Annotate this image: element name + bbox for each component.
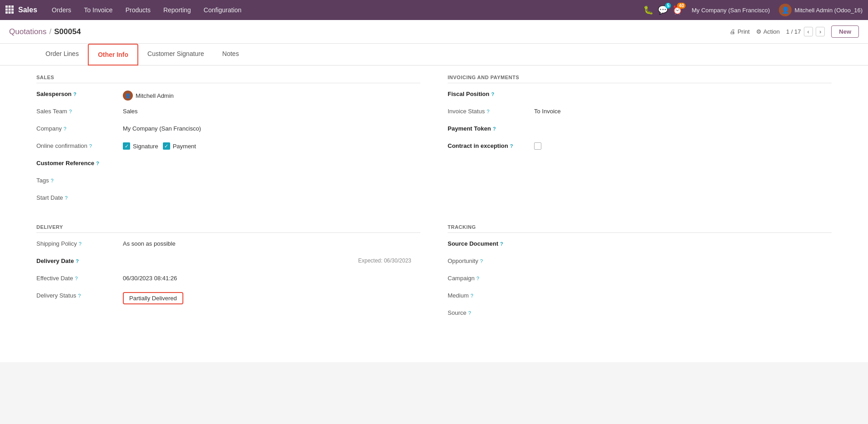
tracking-section-title: TRACKING [448,224,832,233]
pager-prev-button[interactable]: ‹ [804,27,813,36]
svg-rect-5 [11,8,14,10]
svg-rect-7 [9,11,11,14]
field-source-document: Source Document ? [448,239,832,252]
field-customer-reference: Customer Reference ? [36,159,420,172]
signature-checkbox-icon[interactable]: ✓ [123,142,130,150]
delivery-status-badge: Partially Delivered [123,292,183,304]
field-shipping-policy: Shipping Policy ? As soon as possible [36,239,420,252]
nav-configuration[interactable]: Configuration [198,5,247,15]
svg-rect-6 [5,11,8,14]
tab-notes[interactable]: Notes [213,44,248,66]
nav-to-invoice[interactable]: To Invoice [79,5,118,15]
invoice-status-help-icon[interactable]: ? [487,109,490,114]
payment-token-help-icon[interactable]: ? [493,126,496,131]
contract-exception-value [534,141,832,150]
chat-icon[interactable]: 💬 5 [658,5,668,15]
clock-badge: 40 [677,3,686,9]
payment-checkbox: ✓ Payment [163,142,196,150]
top-navigation: Sales Orders To Invoice Products Reporti… [0,0,868,20]
bottom-section: DELIVERY Shipping Policy ? As soon as po… [36,224,832,326]
tags-value [123,176,420,177]
online-confirmation-label: Online confirmation ? [36,141,123,149]
customer-reference-label: Customer Reference ? [36,159,123,167]
salesperson-label: Salesperson ? [36,90,123,97]
field-invoice-status: Invoice Status ? To Invoice [448,107,832,120]
contract-exception-checkbox[interactable] [534,142,541,150]
start-date-value [123,193,420,194]
salesperson-avatar: 👤 [123,91,133,101]
sales-team-help-icon[interactable]: ? [69,109,72,114]
breadcrumb-parent[interactable]: Quotations [9,27,46,36]
nav-orders[interactable]: Orders [46,5,77,15]
customer-reference-value [123,159,420,160]
fiscal-position-help-icon[interactable]: ? [491,91,495,97]
delivery-date-help-icon[interactable]: ? [76,258,79,264]
shipping-policy-help-icon[interactable]: ? [79,241,81,247]
source-label: Source ? [448,308,534,316]
clock-icon[interactable]: ⏰ 40 [672,5,682,15]
nav-reporting[interactable]: Reporting [158,5,197,15]
salesperson-help-icon[interactable]: ? [73,91,76,97]
opportunity-help-icon[interactable]: ? [480,258,483,264]
nav-products[interactable]: Products [120,5,156,15]
breadcrumb-bar: Quotations / S00054 🖨 Print ⚙ Action 1 /… [0,20,868,44]
customer-reference-help-icon[interactable]: ? [96,161,99,166]
delivery-section-title: DELIVERY [36,224,420,233]
company-label: Company ? [36,124,123,132]
source-document-value [534,239,832,240]
campaign-value [534,274,832,275]
brand-label[interactable]: Sales [18,6,37,14]
opportunity-label: Opportunity ? [448,257,534,264]
gear-icon: ⚙ [756,28,762,35]
svg-rect-2 [11,5,14,8]
svg-rect-8 [11,11,14,14]
campaign-label: Campaign ? [448,274,534,282]
salesperson-user-badge: 👤 Mitchell Admin [123,91,174,101]
print-button[interactable]: 🖨 Print [730,28,750,35]
user-info[interactable]: 👤 Mitchell Admin (Odoo_16) [779,4,863,16]
tabs-bar: Order Lines Other Info Customer Signatur… [0,44,868,66]
invoice-status-value: To Invoice [534,107,832,115]
signature-checkbox: ✓ Signature [123,142,158,150]
field-tags: Tags ? [36,176,420,189]
start-date-help-icon[interactable]: ? [65,195,68,201]
medium-help-icon[interactable]: ? [470,293,473,298]
main-content: Order Lines Other Info Customer Signatur… [0,44,868,362]
chat-badge: 5 [665,3,671,9]
apps-icon[interactable] [5,5,14,15]
breadcrumb-separator: / [49,27,51,36]
tab-customer-signature[interactable]: Customer Signature [138,44,213,66]
tags-help-icon[interactable]: ? [50,178,53,183]
field-medium: Medium ? [448,291,832,304]
source-help-icon[interactable]: ? [468,310,471,316]
shipping-policy-label: Shipping Policy ? [36,239,123,247]
source-document-help-icon[interactable]: ? [500,241,503,247]
payment-checkbox-icon[interactable]: ✓ [163,142,170,150]
source-value [534,308,832,309]
contract-exception-label: Contract in exception ? [448,141,534,149]
pager-next-button[interactable]: › [816,27,825,36]
online-confirmation-help-icon[interactable]: ? [89,143,92,149]
delivery-status-help-icon[interactable]: ? [78,293,81,298]
bug-icon[interactable]: 🐛 [643,5,653,15]
field-contract-exception: Contract in exception ? [448,141,832,154]
field-payment-token: Payment Token ? [448,124,832,137]
new-button[interactable]: New [831,25,859,38]
invoicing-section: INVOICING AND PAYMENTS Fiscal Position ?… [448,75,832,211]
contract-exception-help-icon[interactable]: ? [510,143,513,149]
tracking-section: TRACKING Source Document ? Opportunity ? [448,224,832,326]
start-date-label: Start Date ? [36,193,123,201]
salesperson-value: 👤 Mitchell Admin [123,90,420,101]
field-campaign: Campaign ? [448,274,832,287]
effective-date-help-icon[interactable]: ? [75,276,78,281]
field-fiscal-position: Fiscal Position ? [448,90,832,102]
tab-order-lines[interactable]: Order Lines [36,44,88,66]
action-button[interactable]: ⚙ Action [756,28,780,35]
field-salesperson: Salesperson ? 👤 Mitchell Admin [36,90,420,102]
campaign-help-icon[interactable]: ? [476,276,479,281]
tab-other-info[interactable]: Other Info [88,44,138,66]
medium-label: Medium ? [448,291,534,299]
company-help-icon[interactable]: ? [64,126,66,131]
sales-team-value: Sales [123,107,420,115]
delivery-date-expected: Expected: 06/30/2023 [358,257,420,264]
